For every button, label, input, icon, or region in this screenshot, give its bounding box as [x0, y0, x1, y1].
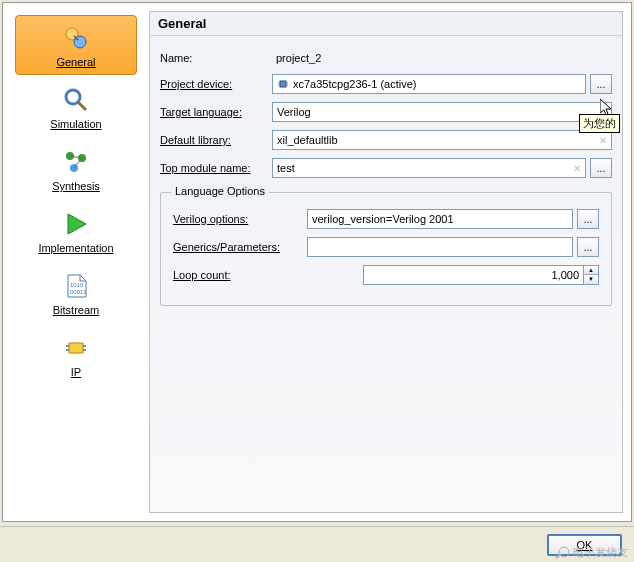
row-name: Name: project_2: [160, 50, 612, 66]
generics-field[interactable]: [307, 237, 573, 257]
verilog-opts-field[interactable]: verilog_version=Verilog 2001: [307, 209, 573, 229]
sidebar-item-label: Bitstream: [53, 304, 99, 316]
svg-line-8: [74, 158, 82, 168]
row-generics: Generics/Parameters: ...: [173, 237, 599, 257]
loop-value[interactable]: [363, 265, 583, 285]
sidebar-item-label: General: [56, 56, 95, 68]
sidebar-item-implementation[interactable]: Implementation: [15, 201, 137, 261]
top-field[interactable]: test: [272, 158, 586, 178]
tooltip: 为您的: [579, 114, 620, 133]
sidebar-item-synthesis[interactable]: Synthesis: [15, 139, 137, 199]
generics-label: Generics/Parameters:: [173, 241, 303, 253]
device-browse-button[interactable]: ...: [590, 74, 612, 94]
name-label: Name:: [160, 52, 268, 64]
lib-label: Default library:: [160, 134, 268, 146]
chip-icon: [277, 78, 289, 90]
name-value: project_2: [272, 50, 325, 66]
ip-icon: [60, 332, 92, 364]
target-value: Verilog: [277, 106, 311, 118]
svg-rect-17: [280, 81, 286, 87]
target-field[interactable]: Verilog: [272, 102, 612, 122]
row-device: Project device: xc7a35tcpg236-1 (active)…: [160, 74, 612, 94]
svg-rect-12: [69, 343, 83, 353]
device-label: Project device:: [160, 78, 268, 90]
device-value: xc7a35tcpg236-1 (active): [293, 78, 417, 90]
verilog-opts-label: Verilog options:: [173, 213, 303, 225]
sidebar-item-label: Synthesis: [52, 180, 100, 192]
top-value: test: [277, 162, 295, 174]
sidebar: General Simulation Synthesi: [11, 11, 141, 513]
top-browse-button[interactable]: ...: [590, 158, 612, 178]
device-field[interactable]: xc7a35tcpg236-1 (active): [272, 74, 586, 94]
language-options-group: Language Options Verilog options: verilo…: [160, 192, 612, 306]
svg-line-3: [78, 102, 86, 110]
generics-browse-button[interactable]: ...: [577, 237, 599, 257]
row-verilog-opts: Verilog options: verilog_version=Verilog…: [173, 209, 599, 229]
simulation-icon: [60, 84, 92, 116]
target-label: Target language:: [160, 106, 268, 118]
svg-marker-9: [68, 214, 86, 234]
content-panel: General Name: project_2 Project device: …: [149, 11, 623, 513]
sidebar-item-general[interactable]: General: [15, 15, 137, 75]
language-options-legend: Language Options: [171, 185, 269, 197]
lib-value: xil_defaultlib: [277, 134, 338, 146]
row-target: Target language: Verilog: [160, 102, 612, 122]
sidebar-item-ip[interactable]: IP: [15, 325, 137, 385]
spin-down-button[interactable]: ▼: [584, 275, 598, 284]
loop-label: Loop count:: [173, 269, 303, 281]
watermark-text: 电子发烧友: [573, 545, 628, 560]
verilog-opts-browse-button[interactable]: ...: [577, 209, 599, 229]
watermark: 电子发烧友: [554, 544, 628, 560]
panel-title: General: [150, 12, 622, 36]
top-label: Top module name:: [160, 162, 268, 174]
row-top: Top module name: test ...: [160, 158, 612, 178]
sidebar-item-bitstream[interactable]: 1010 00011 Bitstream: [15, 263, 137, 323]
row-loop: Loop count: ▲ ▼: [173, 265, 599, 285]
svg-point-2: [66, 90, 80, 104]
verilog-opts-value: verilog_version=Verilog 2001: [312, 213, 454, 225]
lib-field[interactable]: xil_defaultlib: [272, 130, 612, 150]
main-container: General Simulation Synthesi: [2, 2, 632, 522]
footer: OK: [0, 526, 634, 562]
sidebar-item-label: Implementation: [38, 242, 113, 254]
bitstream-icon: 1010 00011: [60, 270, 92, 302]
sidebar-item-label: Simulation: [50, 118, 101, 130]
implementation-icon: [60, 208, 92, 240]
sidebar-item-label: IP: [71, 366, 81, 378]
synthesis-icon: [60, 146, 92, 178]
svg-text:00011: 00011: [70, 289, 87, 295]
svg-text:1010: 1010: [70, 282, 84, 288]
spin-up-button[interactable]: ▲: [584, 266, 598, 275]
loop-spinner[interactable]: ▲ ▼: [363, 265, 599, 285]
general-icon: [60, 22, 92, 54]
row-lib: Default library: xil_defaultlib: [160, 130, 612, 150]
sidebar-item-simulation[interactable]: Simulation: [15, 77, 137, 137]
